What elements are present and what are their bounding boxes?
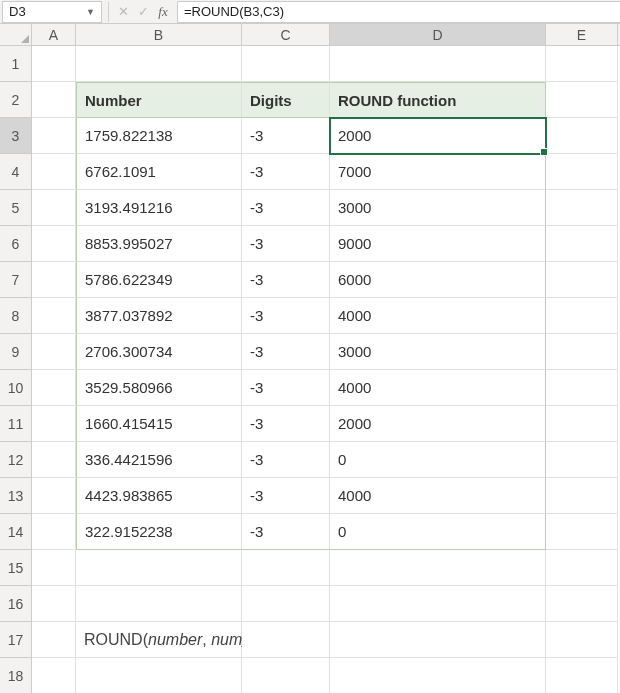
table-cell-number-row10[interactable]: 4423.983865 (76, 478, 242, 514)
table-cell-number-row2[interactable]: 3193.491216 (76, 190, 242, 226)
cell-E11[interactable] (546, 406, 618, 442)
row-header-10[interactable]: 10 (0, 370, 32, 406)
table-cell-round-row1[interactable]: 7000 (330, 154, 546, 190)
table-cell-number-row0[interactable]: 1759.822138 (76, 118, 242, 154)
cell-B1[interactable] (76, 46, 242, 82)
col-header-d[interactable]: D (330, 24, 546, 45)
cell-E2[interactable] (546, 82, 618, 118)
cell-E1[interactable] (546, 46, 618, 82)
cell-C17[interactable] (242, 622, 330, 658)
cell-D1[interactable] (330, 46, 546, 82)
name-box-dropdown-icon[interactable]: ▼ (86, 7, 95, 17)
cell-D17[interactable] (330, 622, 546, 658)
formula-input[interactable]: =ROUND(B3,C3) (177, 1, 620, 23)
cell-E14[interactable] (546, 514, 618, 550)
table-cell-round-row7[interactable]: 4000 (330, 370, 546, 406)
cell-B16[interactable] (76, 586, 242, 622)
table-cell-number-row7[interactable]: 3529.580966 (76, 370, 242, 406)
cell-A15[interactable] (32, 550, 76, 586)
cell-A10[interactable] (32, 370, 76, 406)
table-cell-digits-row5[interactable]: -3 (242, 298, 330, 334)
cell-E15[interactable] (546, 550, 618, 586)
cell-C18[interactable] (242, 658, 330, 693)
table-header-round[interactable]: ROUND function (330, 82, 546, 118)
table-cell-round-row6[interactable]: 3000 (330, 334, 546, 370)
table-cell-round-row4[interactable]: 6000 (330, 262, 546, 298)
cell-E4[interactable] (546, 154, 618, 190)
cell-A5[interactable] (32, 190, 76, 226)
cell-E6[interactable] (546, 226, 618, 262)
cell-C1[interactable] (242, 46, 330, 82)
name-box[interactable]: D3 ▼ (2, 1, 102, 23)
row-header-11[interactable]: 11 (0, 406, 32, 442)
table-cell-digits-row1[interactable]: -3 (242, 154, 330, 190)
cell-C15[interactable] (242, 550, 330, 586)
row-header-8[interactable]: 8 (0, 298, 32, 334)
cell-A3[interactable] (32, 118, 76, 154)
cell-A7[interactable] (32, 262, 76, 298)
cell-E7[interactable] (546, 262, 618, 298)
table-cell-number-row4[interactable]: 5786.622349 (76, 262, 242, 298)
row-header-18[interactable]: 18 (0, 658, 32, 693)
table-cell-digits-row7[interactable]: -3 (242, 370, 330, 406)
table-cell-round-row11[interactable]: 0 (330, 514, 546, 550)
cell-E3[interactable] (546, 118, 618, 154)
syntax-cell[interactable]: ROUND(number, num_digits ) (76, 622, 242, 658)
cell-A2[interactable] (32, 82, 76, 118)
table-cell-digits-row8[interactable]: -3 (242, 406, 330, 442)
row-header-4[interactable]: 4 (0, 154, 32, 190)
row-header-7[interactable]: 7 (0, 262, 32, 298)
table-cell-round-row3[interactable]: 9000 (330, 226, 546, 262)
row-header-14[interactable]: 14 (0, 514, 32, 550)
cell-D16[interactable] (330, 586, 546, 622)
cell-A6[interactable] (32, 226, 76, 262)
cell-A4[interactable] (32, 154, 76, 190)
table-cell-number-row6[interactable]: 2706.300734 (76, 334, 242, 370)
selected-cell[interactable]: 2000 (330, 118, 546, 154)
table-cell-digits-row2[interactable]: -3 (242, 190, 330, 226)
table-cell-digits-row3[interactable]: -3 (242, 226, 330, 262)
row-header-16[interactable]: 16 (0, 586, 32, 622)
cell-B15[interactable] (76, 550, 242, 586)
cell-E5[interactable] (546, 190, 618, 226)
cell-E10[interactable] (546, 370, 618, 406)
table-header-number[interactable]: Number (76, 82, 242, 118)
table-cell-digits-row6[interactable]: -3 (242, 334, 330, 370)
cell-B18[interactable] (76, 658, 242, 693)
cell-E12[interactable] (546, 442, 618, 478)
table-cell-digits-row10[interactable]: -3 (242, 478, 330, 514)
cell-A18[interactable] (32, 658, 76, 693)
cell-E17[interactable] (546, 622, 618, 658)
row-header-9[interactable]: 9 (0, 334, 32, 370)
row-header-13[interactable]: 13 (0, 478, 32, 514)
table-cell-number-row5[interactable]: 3877.037892 (76, 298, 242, 334)
cell-C16[interactable] (242, 586, 330, 622)
row-header-2[interactable]: 2 (0, 82, 32, 118)
enter-button[interactable]: ✓ (133, 2, 153, 22)
col-header-b[interactable]: B (76, 24, 242, 45)
fx-button[interactable]: fx (153, 2, 173, 22)
cell-A1[interactable] (32, 46, 76, 82)
table-cell-digits-row0[interactable]: -3 (242, 118, 330, 154)
col-header-c[interactable]: C (242, 24, 330, 45)
row-header-1[interactable]: 1 (0, 46, 32, 82)
col-header-e[interactable]: E (546, 24, 618, 45)
cell-A9[interactable] (32, 334, 76, 370)
table-cell-round-row5[interactable]: 4000 (330, 298, 546, 334)
cell-D15[interactable] (330, 550, 546, 586)
cell-E9[interactable] (546, 334, 618, 370)
table-cell-number-row8[interactable]: 1660.415415 (76, 406, 242, 442)
cell-E16[interactable] (546, 586, 618, 622)
cell-A13[interactable] (32, 478, 76, 514)
table-cell-round-row10[interactable]: 4000 (330, 478, 546, 514)
cell-A8[interactable] (32, 298, 76, 334)
table-header-digits[interactable]: Digits (242, 82, 330, 118)
cell-E13[interactable] (546, 478, 618, 514)
table-cell-number-row11[interactable]: 322.9152238 (76, 514, 242, 550)
cancel-button[interactable]: ✕ (113, 2, 133, 22)
cell-A16[interactable] (32, 586, 76, 622)
table-cell-round-row8[interactable]: 2000 (330, 406, 546, 442)
row-header-12[interactable]: 12 (0, 442, 32, 478)
row-header-6[interactable]: 6 (0, 226, 32, 262)
cell-A12[interactable] (32, 442, 76, 478)
